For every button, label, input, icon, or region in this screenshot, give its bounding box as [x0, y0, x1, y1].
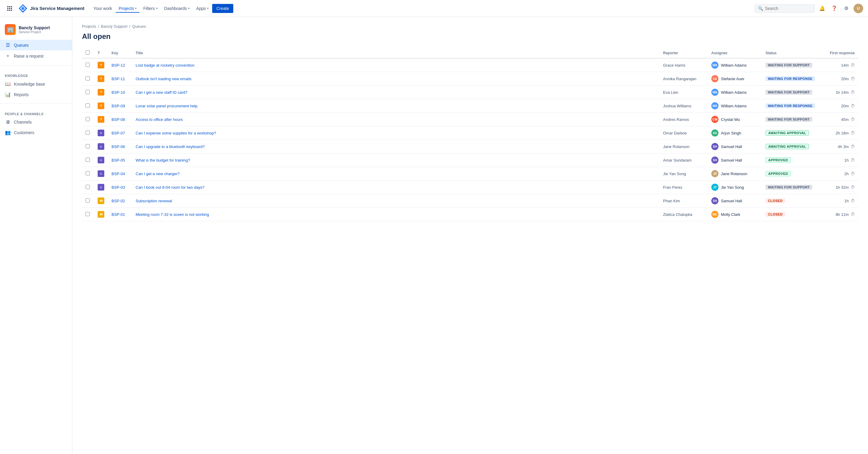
- assignee-avatar: SH: [711, 197, 718, 204]
- issue-title-link[interactable]: Meeting room 7-32 is sceen is not workin…: [135, 212, 209, 217]
- project-icon: 🏢: [5, 24, 16, 35]
- row-checkbox[interactable]: [86, 76, 90, 81]
- issue-title-link[interactable]: Can I get a new charger?: [135, 172, 180, 176]
- user-avatar-button[interactable]: U: [854, 4, 863, 13]
- assignee-info: AS Arjun Singh: [711, 129, 758, 137]
- create-button[interactable]: Create: [212, 4, 233, 13]
- row-checkbox[interactable]: [86, 130, 90, 135]
- help-button[interactable]: ❓: [830, 4, 839, 13]
- breadcrumb-queues[interactable]: Queues: [132, 24, 146, 29]
- avatar-initials: SH: [711, 156, 718, 164]
- issue-key-link[interactable]: BSP-03: [112, 185, 125, 190]
- clock-icon: ⏱: [850, 130, 855, 135]
- row-checkbox[interactable]: [86, 212, 90, 216]
- issue-title-link[interactable]: Can I expense some supplies for a worksh…: [135, 131, 216, 135]
- issue-title-link[interactable]: Can I book out 8-04 room for two days?: [135, 185, 204, 190]
- col-response-header[interactable]: First response: [822, 48, 858, 58]
- row-assignee-cell: JY Jie Yan Song: [708, 181, 762, 194]
- assignee-name: Samuel Hall: [721, 199, 742, 203]
- assignee-name: Jane Rotanson: [721, 172, 747, 176]
- issue-title-link[interactable]: Access to office after hours: [135, 117, 183, 122]
- sidebar-divider-2: [0, 103, 72, 104]
- settings-button[interactable]: ⚙: [841, 4, 851, 13]
- clock-icon: ⏱: [850, 171, 855, 176]
- grid-menu-button[interactable]: [5, 4, 14, 13]
- col-type-header[interactable]: T: [94, 48, 108, 58]
- clock-icon: ⏱: [850, 158, 855, 162]
- row-checkbox[interactable]: [86, 199, 90, 203]
- row-checkbox[interactable]: [86, 63, 90, 67]
- status-badge: WAITING FOR SUPPORT: [766, 185, 812, 190]
- issue-key-link[interactable]: BSP-12: [112, 63, 125, 67]
- row-checkbox[interactable]: [86, 117, 90, 121]
- row-assignee-cell: CW Crystal Wu: [708, 113, 762, 126]
- row-checkbox[interactable]: [86, 171, 90, 176]
- sidebar-item-customers[interactable]: 👥 Customers: [0, 127, 72, 138]
- issue-title-link[interactable]: Subscription renewal: [135, 199, 172, 203]
- row-status-cell: WAITING FOR SUPPORT: [762, 86, 822, 99]
- response-info: 2h 18m ⏱: [826, 130, 855, 135]
- row-checkbox[interactable]: [86, 144, 90, 148]
- row-checkbox[interactable]: [86, 185, 90, 189]
- col-status-header[interactable]: Status: [762, 48, 822, 58]
- issue-title-link[interactable]: Lunar solar panel procurement help: [135, 104, 197, 108]
- issue-key-link[interactable]: BSP-07: [112, 131, 125, 135]
- issue-key-link[interactable]: BSP-01: [112, 212, 125, 217]
- issue-key-link[interactable]: BSP-04: [112, 172, 125, 176]
- sidebar-item-channels[interactable]: 🖥 Channels: [0, 117, 72, 127]
- row-checkbox[interactable]: [86, 103, 90, 108]
- issue-key-link[interactable]: BSP-10: [112, 90, 125, 95]
- notifications-button[interactable]: 🔔: [817, 4, 827, 13]
- row-reporter-cell: Grace Harris: [659, 58, 708, 72]
- issue-key-link[interactable]: BSP-05: [112, 158, 125, 162]
- issue-key-link[interactable]: BSP-11: [112, 77, 125, 81]
- nav-apps[interactable]: Apps ▾: [193, 4, 212, 13]
- svg-rect-5: [11, 8, 12, 9]
- sidebar-item-queues[interactable]: ☰ Queues: [0, 40, 72, 50]
- issue-title-link[interactable]: Can I get a new staff ID card?: [135, 90, 187, 95]
- issue-key-link[interactable]: BSP-06: [112, 144, 125, 149]
- col-key-header[interactable]: Key: [108, 48, 132, 58]
- table-row: ✉ BSP-01 Meeting room 7-32 is sceen is n…: [82, 208, 858, 221]
- assignee-name: Molly Clark: [721, 212, 740, 217]
- nav-your-work[interactable]: Your work: [90, 4, 115, 13]
- sidebar-item-knowledge-base[interactable]: 📖 Knowledge base: [0, 79, 72, 89]
- issue-key-link[interactable]: BSP-08: [112, 117, 125, 122]
- row-status-cell: WAITING FOR SUPPORT: [762, 113, 822, 126]
- table-row: ≡ BSP-04 Can I get a new charger? Jie Ya…: [82, 167, 858, 181]
- issue-key-link[interactable]: BSP-02: [112, 199, 125, 203]
- sidebar-item-reports[interactable]: 📊 Reports: [0, 89, 72, 100]
- col-reporter-header[interactable]: Reporter: [659, 48, 708, 58]
- assignee-info: WA William Adams: [711, 102, 758, 110]
- row-checkbox[interactable]: [86, 158, 90, 162]
- clock-icon: ⏱: [850, 76, 855, 81]
- breadcrumb-bancly[interactable]: Bancly Support: [101, 24, 127, 29]
- col-title-header[interactable]: Title: [132, 48, 659, 58]
- nav-projects[interactable]: Projects ▾: [116, 4, 140, 13]
- issue-title-link[interactable]: Outlook isn't loading new emails: [135, 77, 191, 81]
- chevron-down-icon: ▾: [207, 7, 209, 10]
- row-checkbox[interactable]: [86, 90, 90, 94]
- issue-title-link[interactable]: What is the budget for training?: [135, 158, 190, 162]
- nav-dashboards[interactable]: Dashboards ▾: [161, 4, 193, 13]
- row-response-cell: 1h ⏱: [822, 153, 858, 167]
- sidebar-item-raise-request[interactable]: ＋ Raise a request: [0, 50, 72, 61]
- issue-title-link[interactable]: Can I upgrade to a bluetooth keyboard?: [135, 144, 205, 149]
- table-row: ✉ BSP-02 Subscription renewal Phan Kim S…: [82, 194, 858, 208]
- project-info: Bancly Support Service Project: [19, 25, 50, 34]
- search-input[interactable]: [765, 6, 807, 11]
- breadcrumb-sep-2: /: [129, 24, 130, 29]
- search-box[interactable]: 🔍: [755, 4, 815, 13]
- row-title-cell: Access to office after hours: [132, 113, 659, 126]
- col-assignee-header[interactable]: Assignee: [708, 48, 762, 58]
- row-reporter-cell: Zlatica Chalupka: [659, 208, 708, 221]
- nav-filters[interactable]: Filters ▾: [140, 4, 160, 13]
- select-all-checkbox[interactable]: [86, 50, 90, 55]
- response-time: 20m: [841, 104, 849, 108]
- issue-key-link[interactable]: BSP-09: [112, 104, 125, 108]
- assignee-avatar: CW: [711, 116, 718, 123]
- avatar-initials: WA: [711, 61, 718, 69]
- avatar-initials: SA: [711, 75, 718, 82]
- breadcrumb-projects[interactable]: Projects: [82, 24, 96, 29]
- issue-title-link[interactable]: Lost badge at rocketry convention: [135, 63, 194, 67]
